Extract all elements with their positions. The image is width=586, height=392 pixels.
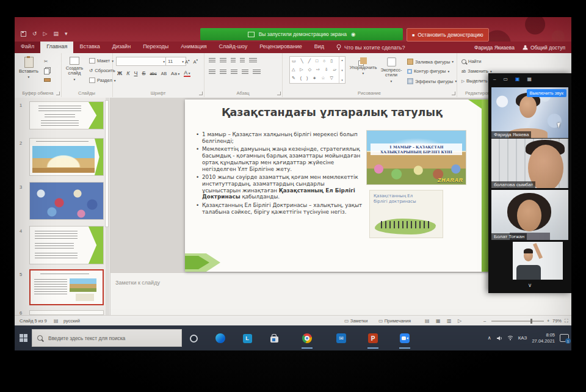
new-slide-button[interactable]: Создать слайд [62, 57, 87, 81]
reset-button[interactable]: ↺Сбросить [89, 68, 115, 73]
speaker-view-icon[interactable]: ▭ [503, 77, 508, 82]
edge-button[interactable] [212, 332, 228, 345]
quick-styles-button[interactable]: Экспресс-стили [378, 57, 404, 83]
minimize-icon[interactable]: – [493, 77, 496, 82]
shadow-button[interactable]: abc [150, 71, 156, 76]
spellcheck-icon[interactable]: ▤ [54, 318, 59, 324]
paragraph-dialog-launcher[interactable] [277, 92, 281, 95]
active-view-icon[interactable]: ▣ [515, 77, 520, 82]
font-size-combo[interactable]: 11▾ [165, 57, 186, 66]
clipboard-dialog-launcher[interactable] [56, 92, 60, 95]
shape-outline-button[interactable]: Контур фигуры [407, 68, 449, 74]
share-button[interactable]: Общий доступ [523, 45, 565, 51]
spacing-button[interactable]: АВ [161, 71, 167, 76]
tab-slideshow[interactable]: Слайд-шоу [213, 42, 254, 53]
stop-share-button[interactable]: ■ Остановить демонстрацию [407, 28, 489, 42]
line-spacing-icon[interactable] [249, 58, 257, 64]
video-tile-3[interactable]: Болат Тоғжан [491, 190, 568, 240]
start-slideshow-icon[interactable]: ▷ [43, 31, 48, 37]
store-button[interactable] [266, 332, 282, 345]
tab-review[interactable]: Рецензирование [253, 42, 308, 53]
layout-button[interactable]: Макет [89, 58, 114, 64]
reading-view-icon[interactable]: ▥ [447, 318, 452, 324]
tab-view[interactable]: Вид [308, 42, 330, 53]
paste-button[interactable]: Вставить [18, 57, 39, 79]
powerpoint-button[interactable]: P [365, 332, 381, 345]
zoom-slider-thumb[interactable] [530, 319, 532, 324]
italic-button[interactable]: К [126, 70, 129, 76]
grow-font-button[interactable]: А▴ [185, 58, 190, 65]
thumbnail-scrollbar-track[interactable] [106, 98, 109, 315]
change-case-button[interactable]: Aa [171, 71, 179, 76]
tab-home[interactable]: Главная [40, 42, 73, 53]
shapes-scrollbar[interactable]: ▴▾▾ [339, 57, 345, 83]
fit-to-window-icon[interactable]: ⛶ [565, 318, 568, 324]
tab-file[interactable]: Файл [15, 42, 40, 53]
thumbnail-scrollbar-thumb[interactable] [105, 100, 109, 227]
slide-thumbnail-4[interactable] [29, 226, 104, 264]
notes-toggle[interactable]: ▭ Заметки [344, 318, 367, 324]
slide-image-doctrine[interactable]: Қазақстанның Ел бірлігі доктринасы [369, 190, 443, 238]
font-name-combo[interactable]: ▾ [116, 57, 167, 66]
slide-thumbnail-6-partial[interactable] [29, 310, 104, 315]
customize-qat-icon[interactable]: ▾ [65, 31, 68, 37]
video-tile-2[interactable]: болатова сымбат [491, 139, 568, 188]
align-right-icon[interactable] [231, 70, 237, 75]
slide-thumbnail-1[interactable] [29, 101, 104, 129]
slide-title[interactable]: Қазақстандағы ұлтаралық татулық [203, 106, 461, 118]
find-button[interactable]: Найти [461, 59, 481, 64]
zoom-out-button[interactable]: – [483, 318, 486, 324]
shape-effects-button[interactable]: Эффекты фигуры [407, 78, 457, 84]
bullets-icon[interactable] [209, 58, 215, 64]
slide-sorter-icon[interactable]: ▦ [436, 318, 441, 324]
account-name[interactable]: Фарида Якиаева [474, 45, 515, 51]
slide-editor[interactable]: Қазақстандағы ұлтаралық татулық 1 мамыр … [185, 100, 488, 272]
font-dialog-launcher[interactable] [199, 92, 203, 95]
format-painter-button[interactable] [44, 78, 51, 82]
normal-view-icon[interactable]: ▤ [425, 318, 430, 324]
zoom-slider[interactable] [491, 321, 544, 322]
copy-button[interactable] [44, 68, 49, 74]
indent-increase-icon[interactable] [240, 58, 245, 64]
preview-icon[interactable]: ▤ [53, 31, 59, 37]
cut-button[interactable]: ✂ [44, 59, 48, 64]
select-button[interactable]: ▷Выделить [461, 78, 491, 84]
numbering-icon[interactable] [220, 58, 226, 64]
columns-icon[interactable] [253, 70, 261, 75]
replace-button[interactable]: abЗаменить [461, 68, 492, 74]
justify-icon[interactable] [242, 70, 248, 75]
shape-fill-button[interactable]: Заливка фигуры [407, 59, 454, 65]
shrink-font-button[interactable]: А▾ [194, 58, 198, 65]
mail-button[interactable]: ✉ [333, 332, 349, 345]
taskbar-search[interactable] [32, 329, 182, 347]
save-icon[interactable] [21, 31, 26, 37]
shapes-gallery[interactable]: ▭ ╲ ╱ □ ○ ▯ △ ▷ ◇ ⇨ ⇩ ▱ ✎ ( ) ∗ ☆ ▽ ▴▾▾ [289, 56, 345, 84]
align-center-icon[interactable] [220, 70, 226, 75]
gallery-view-icon[interactable]: ▦ [527, 77, 532, 82]
tab-design[interactable]: Дизайн [106, 42, 137, 53]
slide-image-poster[interactable]: 1 МАМЫР – ҚАЗАҚСТАН ХАЛЫҚТАРЫНЫҢ БІРЛІГІ… [366, 130, 466, 185]
cortana-button[interactable] [186, 332, 201, 345]
slideshow-view-icon[interactable]: ▷ [458, 318, 461, 324]
chrome-button[interactable] [299, 332, 315, 345]
video-tile-1[interactable]: Выключить звук Фарида Якяева [491, 87, 568, 138]
network-icon[interactable] [507, 335, 513, 341]
arrange-button[interactable]: Упорядочить [349, 57, 377, 75]
underline-button[interactable]: Ч [134, 70, 137, 76]
tray-clock[interactable]: 8:05 27.04.2021 [532, 332, 555, 344]
slide-thumbnail-2[interactable] [29, 138, 104, 176]
tab-transitions[interactable]: Переходы [137, 42, 175, 53]
keyboard-layout[interactable]: КАЗ [518, 335, 527, 341]
slide-body-text[interactable]: 1 мамыр – Қазақстан халқының бірлігі мер… [195, 131, 363, 217]
align-left-icon[interactable] [209, 70, 215, 75]
tray-expand-icon[interactable]: ∧ [488, 335, 491, 341]
font-color-button[interactable]: А [184, 70, 190, 77]
drawing-dialog-launcher[interactable] [452, 92, 455, 95]
search-input[interactable] [47, 335, 176, 342]
language-button[interactable]: русский [63, 318, 80, 324]
slide-thumbnail-3[interactable] [29, 182, 104, 220]
video-tile-4[interactable] [513, 242, 563, 280]
tell-me-box[interactable]: Что вы хотите сделать? [330, 42, 411, 53]
zoom-in-button[interactable]: + [547, 318, 549, 324]
indent-decrease-icon[interactable] [231, 58, 236, 64]
